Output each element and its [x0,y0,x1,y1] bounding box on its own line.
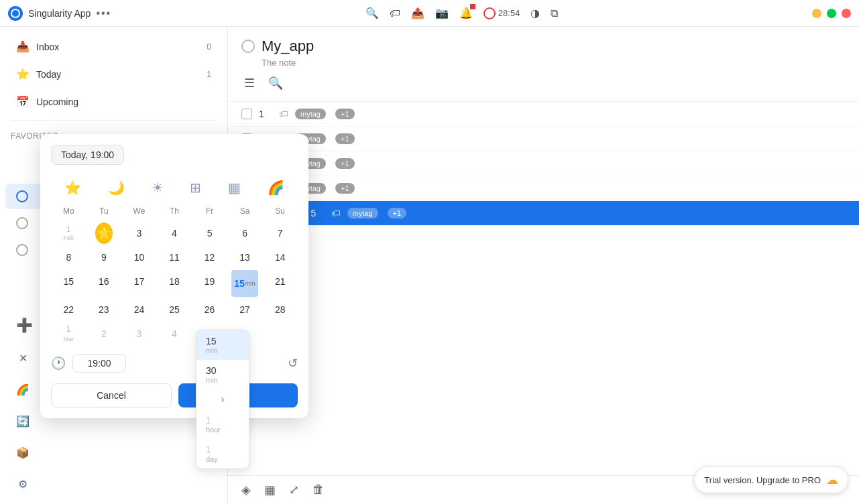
dp-icon-row: ⭐ 🌙 ☀ ⊞ ▦ 🌈 [40,172,308,204]
dp-table-icon[interactable]: ▦ [224,177,245,198]
dp-reset-icon[interactable]: ↺ [288,356,298,371]
dp-moon-icon[interactable]: 🌙 [104,177,129,198]
titlebar-left: Singularity App ••• [8,6,111,21]
dp-weekdays: Mo Tu We Th Fr Sa Su [51,204,298,218]
upload-icon[interactable]: 📤 [411,7,424,19]
circle-icon-1 [16,217,28,229]
dp-day-19[interactable]: 19 [198,270,221,293]
task-tag-5: mytag [347,208,378,218]
sidebar-item-today[interactable]: ⭐ Today 1 [5,61,222,87]
app-menu-dots[interactable]: ••• [96,7,111,19]
task-row-3[interactable]: 3 🏷 mytag +1 [228,151,859,176]
sidebar-settings-item[interactable]: ⚙ [5,471,222,497]
dp-day-5[interactable]: 5 [198,222,221,245]
task-row-5[interactable]: 🌙 19:00 5 🏷 mytag +1 [228,201,859,226]
bottom-icons: ◈ ▦ ⤢ 🗑 [241,483,325,497]
dp-day-17[interactable]: 17 [127,270,150,293]
dp-day-4[interactable]: 4 [163,222,186,245]
dp-day-10[interactable]: 10 [127,246,150,269]
dp-day-16[interactable]: 16 [93,270,115,293]
sidebar-item-upcoming[interactable]: 📅 Upcoming [5,88,222,115]
dp-day-3mar[interactable]: 3 [127,322,150,345]
dp-day-27[interactable]: 27 [233,298,256,321]
time-option-1day: 1 day [196,439,249,468]
sidebar-box-item[interactable]: 📦 [5,440,222,466]
task-row-2[interactable]: 2 🏷 mytag +1 [228,127,859,151]
bell-icon[interactable]: 🔔 [459,7,473,19]
dp-day-18[interactable]: 18 [163,270,186,293]
window-controls [812,9,851,18]
calendar-grid-icon[interactable]: ▦ [264,483,276,497]
dp-day-15-highlight[interactable]: 15min [231,270,258,297]
dp-day-11[interactable]: 11 [163,246,186,269]
move-icon[interactable]: ⤢ [289,483,299,497]
dp-day-28[interactable]: 28 [269,298,292,321]
app-icon [8,6,23,21]
time-option-15min[interactable]: 15 min [196,330,249,360]
dp-day-2mar[interactable]: 2 [93,322,115,345]
dp-days-grid: 1Feb ⭐ 3 4 5 6 7 8 9 10 11 12 13 14 15 1… [51,221,298,346]
task-tag-plus-4: +1 [335,183,355,194]
dp-day-26[interactable]: 26 [198,298,221,321]
dp-day-7[interactable]: 7 [269,222,292,245]
dp-sun-icon[interactable]: ☀ [148,177,168,198]
add-icon: ➕ [16,317,30,333]
trash-icon[interactable]: 🗑 [312,483,325,497]
dp-day-21[interactable]: 21 [269,270,292,293]
time-option-30min[interactable]: 30 min [196,360,249,389]
rainbow-icon: 🌈 [16,383,30,396]
dp-day-4mar[interactable]: 4 [163,322,186,345]
task-row-1[interactable]: 1 🏷 mytag +1 [228,102,859,127]
dp-day-8[interactable]: 8 [57,246,80,269]
dp-day-1mar[interactable]: 1Mar [57,322,80,345]
dp-day-9[interactable]: 9 [93,246,115,269]
copy-icon[interactable]: ⧉ [551,7,558,19]
dp-day-1feb[interactable]: 1Feb [57,222,80,245]
maximize-button[interactable] [827,9,836,18]
timer-icon [483,7,496,19]
time-option-1hour: 1 hour [196,410,249,439]
dp-star-icon[interactable]: ⭐ [60,177,85,198]
close-button[interactable] [842,9,851,18]
dp-day-24[interactable]: 24 [127,298,150,321]
task-tag-icon-5: 🏷 [331,208,341,218]
minimize-button[interactable] [812,9,821,18]
history-icon: 🔄 [16,415,30,428]
dp-day-25[interactable]: 25 [163,298,186,321]
dp-day-13[interactable]: 13 [233,246,256,269]
dp-day-14[interactable]: 14 [269,246,292,269]
timer-value: 28:54 [498,8,520,18]
layers-icon[interactable]: ◈ [241,483,251,497]
dp-day-3[interactable]: 3 [127,222,150,245]
weekday-mo: Mo [51,204,87,218]
content-header: My_app The note ☰ 🔍 [228,27,859,102]
dp-cancel-button[interactable]: Cancel [51,383,172,407]
task-row-4[interactable]: 4 🏷 mytag +1 [228,176,859,201]
menu-icon[interactable]: ☰ [241,73,257,93]
dp-day-6[interactable]: 6 [233,222,256,245]
search-toolbar-icon[interactable]: 🔍 [266,73,286,93]
search-icon[interactable]: 🔍 [365,7,379,19]
dp-rainbow-icon[interactable]: 🌈 [264,177,288,198]
dp-date-button[interactable]: Today, 19:00 [51,145,124,165]
sidebar-item-inbox[interactable]: 📥 Inbox 0 [5,34,222,60]
dp-day-15[interactable]: 15 [57,270,80,293]
task-circle-icon [241,40,255,53]
time-arrow-btn[interactable]: › [196,389,249,410]
camera-icon[interactable]: 📷 [435,7,449,19]
dp-day-23[interactable]: 23 [93,298,115,321]
dp-day-2[interactable]: ⭐ [93,222,115,245]
theme-icon[interactable]: ◑ [530,7,540,19]
upcoming-icon: 📅 [16,95,30,108]
task-list: 1 🏷 mytag +1 2 🏷 mytag +1 3 🏷 mytag +1 [228,102,859,475]
page-title: My_app [262,38,314,55]
dp-grid-icon[interactable]: ⊞ [186,177,205,198]
dp-day-12[interactable]: 12 [198,246,221,269]
task-checkbox-1[interactable] [241,109,252,119]
dp-day-22[interactable]: 22 [57,298,80,321]
weekday-tu: Tu [87,204,122,218]
weekday-we: We [121,204,157,218]
trial-banner[interactable]: Trial version. Upgrade to PRO ☁ [694,466,848,493]
tag-icon[interactable]: 🏷 [390,7,400,19]
dp-time-input[interactable] [72,354,126,373]
